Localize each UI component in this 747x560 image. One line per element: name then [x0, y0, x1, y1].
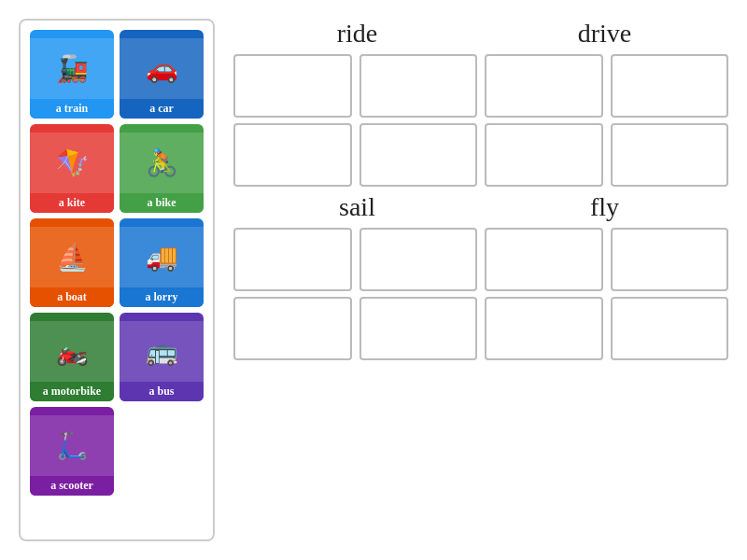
bottom-cells-row-1	[233, 228, 728, 291]
motorbike-img: 🏍️	[30, 321, 114, 382]
boat-img: ⛵	[30, 227, 114, 287]
car-label: a car	[120, 99, 204, 119]
sail-label: sail	[233, 192, 481, 222]
bottom-cells-row-2	[233, 297, 728, 360]
item-row-2: 🪁 a kite 🚴 a bike	[30, 124, 204, 213]
item-row-3: ⛵ a boat 🚚 a lorry	[30, 218, 204, 307]
train-label: a train	[30, 99, 114, 119]
scooter-label: a scooter	[30, 476, 114, 496]
train-img: 🚂	[30, 38, 114, 99]
right-panel: ride drive sail fly	[233, 19, 728, 541]
kite-label: a kite	[30, 193, 114, 213]
drop-cell-drive-4[interactable]	[611, 123, 729, 187]
drop-cell-ride-3[interactable]	[233, 123, 352, 187]
card-car[interactable]: 🚗 a car	[120, 30, 204, 119]
drop-cell-drive-2[interactable]	[611, 54, 729, 118]
drop-cell-ride-2[interactable]	[359, 54, 478, 118]
card-train[interactable]: 🚂 a train	[30, 30, 114, 119]
left-panel: 🚂 a train 🚗 a car 🪁 a kite 🚴 a bike ⛵ a …	[19, 19, 215, 541]
kite-img: 🪁	[30, 133, 114, 193]
page: 🚂 a train 🚗 a car 🪁 a kite 🚴 a bike ⛵ a …	[0, 0, 747, 560]
drop-cell-drive-3[interactable]	[485, 123, 603, 187]
scooter-img: 🛴	[30, 415, 114, 476]
card-bus[interactable]: 🚌 a bus	[120, 313, 204, 401]
drop-cell-fly-4[interactable]	[611, 297, 729, 360]
bike-label: a bike	[120, 193, 204, 213]
lorry-img: 🚚	[120, 227, 204, 287]
drop-cell-sail-3[interactable]	[233, 297, 352, 360]
bottom-verb-labels: sail fly	[233, 192, 728, 222]
top-cells-row-1	[233, 54, 728, 118]
drop-cell-ride-1[interactable]	[233, 54, 352, 118]
item-row-4: 🏍️ a motorbike 🚌 a bus	[30, 313, 204, 401]
bus-label: a bus	[120, 382, 204, 401]
boat-label: a boat	[30, 287, 114, 307]
top-cells-row-2	[233, 123, 728, 187]
motorbike-label: a motorbike	[30, 382, 114, 401]
drop-cell-sail-4[interactable]	[359, 297, 478, 360]
bus-img: 🚌	[120, 321, 204, 382]
drop-cell-fly-2[interactable]	[611, 228, 729, 291]
drop-cell-fly-3[interactable]	[485, 297, 603, 360]
fly-label: fly	[481, 192, 728, 222]
top-verb-labels: ride drive	[233, 19, 728, 49]
section-bottom: sail fly	[233, 192, 728, 360]
bike-img: 🚴	[120, 133, 204, 193]
section-top: ride drive	[233, 19, 728, 187]
car-img: 🚗	[120, 38, 204, 99]
card-boat[interactable]: ⛵ a boat	[30, 218, 114, 307]
card-motorbike[interactable]: 🏍️ a motorbike	[30, 313, 114, 401]
drive-label: drive	[481, 19, 728, 49]
drop-cell-sail-1[interactable]	[233, 228, 352, 291]
card-scooter[interactable]: 🛴 a scooter	[30, 407, 114, 496]
card-bike[interactable]: 🚴 a bike	[120, 124, 204, 213]
drop-cell-ride-4[interactable]	[359, 123, 478, 187]
card-lorry[interactable]: 🚚 a lorry	[120, 218, 204, 307]
lorry-label: a lorry	[120, 287, 204, 307]
drop-cell-drive-1[interactable]	[485, 54, 603, 118]
card-kite[interactable]: 🪁 a kite	[30, 124, 114, 213]
item-row-5: 🛴 a scooter	[30, 407, 204, 496]
drop-cell-fly-1[interactable]	[485, 228, 603, 291]
item-row-1: 🚂 a train 🚗 a car	[30, 30, 204, 119]
drop-cell-sail-2[interactable]	[359, 228, 478, 291]
ride-label: ride	[233, 19, 481, 49]
